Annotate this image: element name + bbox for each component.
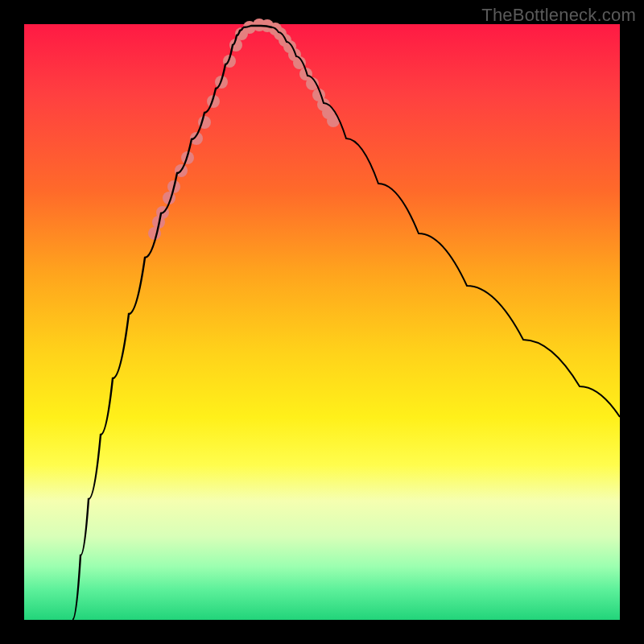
watermark-text: TheBottleneck.com: [481, 5, 636, 26]
marker-layer: [148, 19, 340, 240]
chart-frame: TheBottleneck.com: [0, 0, 644, 644]
marker-dot: [148, 227, 161, 240]
plot-area: [24, 24, 620, 620]
curve-svg: [24, 24, 620, 620]
left-curve-path: [72, 27, 243, 620]
right-curve-path: [272, 27, 620, 417]
